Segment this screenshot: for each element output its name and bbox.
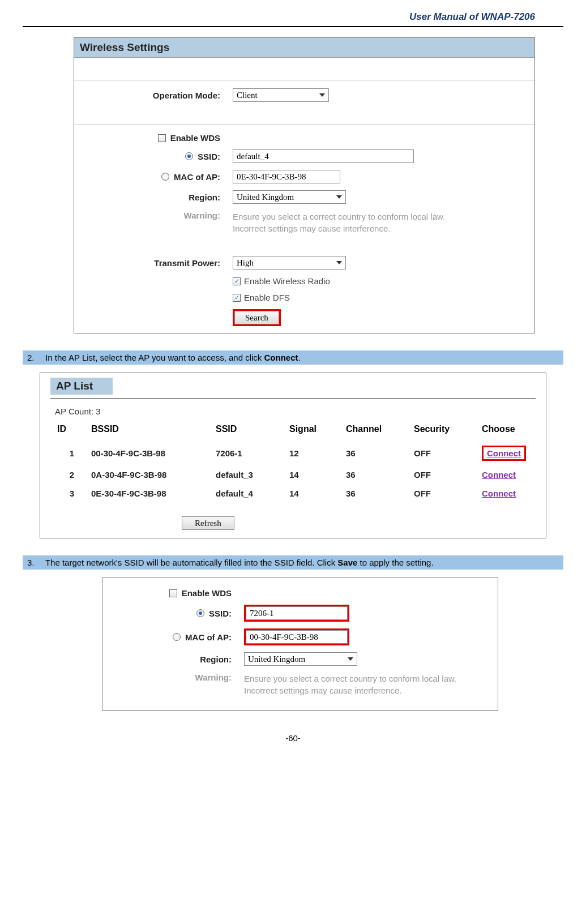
table-cell: 36	[344, 484, 412, 503]
mac-radio[interactable]	[161, 173, 169, 181]
ap-list-panel: AP List AP Count: 3 ID BSSID SSID Signal…	[40, 373, 546, 538]
mac-label: MAC of AP:	[174, 172, 220, 182]
region-select[interactable]: United Kingdom	[233, 190, 346, 204]
enable-dfs-label: Enable DFS	[244, 293, 290, 302]
col-security: Security	[412, 421, 480, 441]
enable-dfs-row: ✓ Enable DFS	[233, 293, 290, 302]
table-cell: 0A-30-4F-9C-3B-98	[89, 465, 213, 484]
ssid-label: SSID:	[198, 152, 220, 161]
connect-link[interactable]: Connect	[482, 470, 516, 480]
table-row: 30E-30-4F-9C-3B-98default_41436OFFConnec…	[55, 484, 531, 503]
table-cell: 3	[55, 484, 89, 503]
warning-text: Ensure you select a correct country to c…	[233, 211, 445, 234]
table-cell: OFF	[412, 484, 480, 503]
connect-link[interactable]: Connect	[487, 448, 521, 458]
divider	[50, 398, 536, 399]
ssid-radio-2[interactable]	[196, 609, 204, 617]
transmit-power-select[interactable]: High	[233, 256, 346, 270]
transmit-power-label: Transmit Power:	[74, 258, 233, 268]
col-bssid: BSSID	[89, 421, 213, 441]
col-channel: Channel	[344, 421, 412, 441]
enable-wireless-radio-label: Enable Wireless Radio	[244, 276, 330, 286]
ssid-radio[interactable]	[185, 152, 193, 160]
operation-mode-select[interactable]: Client	[233, 88, 329, 102]
region-value-2: United Kingdom	[248, 654, 305, 664]
refresh-button[interactable]: Refresh	[182, 516, 234, 530]
chevron-down-icon	[348, 657, 353, 661]
warning-text-2: Ensure you select a correct country to c…	[244, 673, 456, 696]
page-number: -60-	[23, 733, 563, 743]
connect-highlight: Connect	[482, 446, 526, 461]
mac-input[interactable]: 0E-30-4F-9C-3B-98	[233, 170, 340, 183]
step-2-instruction: 2. In the AP List, select the AP you wan…	[23, 350, 563, 365]
panel-title: Wireless Settings	[74, 38, 534, 58]
table-cell: OFF	[412, 441, 480, 465]
table-cell-choose: Connect	[480, 441, 531, 465]
table-cell: 14	[287, 484, 344, 503]
region-value: United Kingdom	[237, 192, 294, 202]
enable-wireless-radio-row: ✓ Enable Wireless Radio	[233, 276, 330, 286]
table-cell: 36	[344, 465, 412, 484]
table-row: 20A-30-4F-9C-3B-98default_31436OFFConnec…	[55, 465, 531, 484]
ssid-value-2: 7206-1	[250, 609, 274, 618]
table-cell: 2	[55, 465, 89, 484]
table-cell-choose: Connect	[480, 484, 531, 503]
enable-wds-label: Enable WDS	[170, 133, 220, 143]
warning-label-2: Warning:	[102, 673, 244, 682]
region-label: Region:	[74, 192, 233, 202]
document-header: User Manual of WNAP-7206	[23, 11, 563, 26]
ssid-input[interactable]: default_4	[233, 149, 414, 163]
enable-dfs-checkbox[interactable]: ✓	[233, 294, 241, 302]
table-cell: 1	[55, 441, 89, 465]
enable-wds-checkbox-2[interactable]	[169, 589, 177, 597]
ssid-input-2[interactable]: 7206-1	[246, 606, 348, 620]
region-label-2: Region:	[102, 654, 244, 664]
step-3-instruction: 3. The target network's SSID will be aut…	[23, 555, 563, 570]
ssid-highlight: 7206-1	[244, 605, 349, 622]
mac-value-2: 00-30-4F-9C-3B-98	[250, 632, 318, 642]
table-cell: 36	[344, 441, 412, 465]
table-cell: 14	[287, 465, 344, 484]
chevron-down-icon	[319, 93, 325, 97]
ap-list-title: AP List	[50, 378, 113, 395]
mac-input-2[interactable]: 00-30-4F-9C-3B-98	[246, 630, 348, 644]
table-cell: 7206-1	[213, 441, 287, 465]
table-cell: 00-30-4F-9C-3B-98	[89, 441, 213, 465]
mac-value: 0E-30-4F-9C-3B-98	[237, 172, 306, 182]
connect-link[interactable]: Connect	[482, 489, 516, 498]
table-cell: 12	[287, 441, 344, 465]
enable-wds-checkbox[interactable]	[158, 134, 166, 142]
col-id: ID	[55, 421, 89, 441]
col-signal: Signal	[287, 421, 344, 441]
col-choose: Choose	[480, 421, 531, 441]
operation-mode-label: Operation Mode:	[74, 91, 233, 100]
table-cell: 0E-30-4F-9C-3B-98	[89, 484, 213, 503]
chevron-down-icon	[336, 195, 342, 199]
ap-table: ID BSSID SSID Signal Channel Security Ch…	[55, 421, 531, 503]
mac-radio-2[interactable]	[173, 633, 181, 641]
operation-mode-value: Client	[237, 91, 258, 100]
ap-count: AP Count: 3	[55, 407, 531, 416]
header-divider	[23, 26, 563, 27]
enable-wds-label-2: Enable WDS	[182, 588, 232, 598]
search-button[interactable]: Search	[234, 311, 279, 324]
table-cell: default_3	[213, 465, 287, 484]
ssid-value: default_4	[237, 152, 269, 161]
spacer	[74, 58, 534, 80]
filled-ssid-panel: Enable WDS SSID: 7206-1 MAC of AP:	[102, 578, 498, 711]
ssid-label-2: SSID:	[209, 609, 232, 618]
wireless-settings-panel: Wireless Settings Operation Mode: Client…	[74, 37, 535, 333]
transmit-power-value: High	[237, 258, 254, 268]
table-cell: OFF	[412, 465, 480, 484]
mac-label-2: MAC of AP:	[185, 632, 232, 642]
search-button-highlight: Search	[233, 309, 281, 326]
warning-label: Warning:	[74, 211, 233, 220]
enable-wireless-radio-checkbox[interactable]: ✓	[233, 277, 241, 285]
table-cell-choose: Connect	[480, 465, 531, 484]
table-row: 100-30-4F-9C-3B-987206-11236OFFConnect	[55, 441, 531, 465]
table-cell: default_4	[213, 484, 287, 503]
col-ssid: SSID	[213, 421, 287, 441]
chevron-down-icon	[336, 261, 342, 264]
region-select-2[interactable]: United Kingdom	[244, 652, 357, 666]
mac-highlight: 00-30-4F-9C-3B-98	[244, 628, 349, 645]
